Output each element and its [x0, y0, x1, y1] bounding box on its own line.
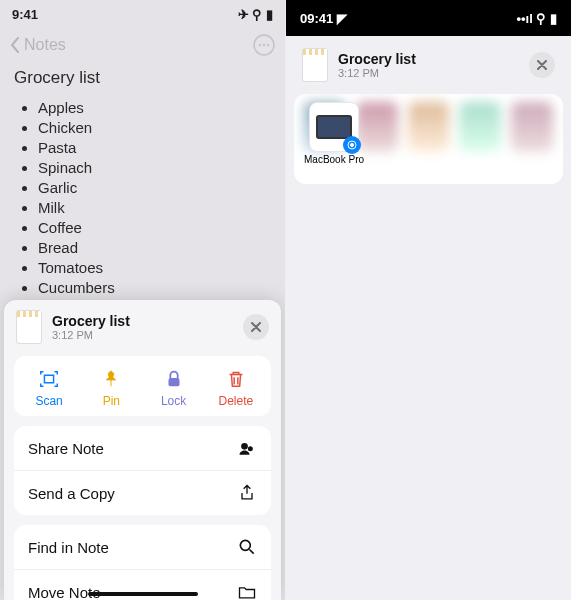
share-header: Grocery list 3:12 PM — [294, 42, 563, 88]
svg-point-2 — [263, 44, 265, 46]
list-item: Milk — [38, 198, 271, 218]
option-group-tools: Find in Note Move Note Lines & Grids — [14, 525, 271, 600]
lock-button[interactable]: Lock — [146, 368, 202, 408]
list-item: Tomatoes — [38, 258, 271, 278]
svg-rect-4 — [168, 378, 179, 386]
more-icon[interactable] — [253, 34, 275, 56]
svg-point-6 — [248, 446, 253, 451]
share-title: Grocery list — [338, 51, 416, 67]
share-up-icon — [237, 483, 257, 503]
list-item: Bread — [38, 238, 271, 258]
pin-button[interactable]: Pin — [83, 368, 139, 408]
close-button[interactable] — [243, 314, 269, 340]
list-item: Cucumbers — [38, 278, 271, 298]
quick-actions: Scan Pin Lock Delete — [14, 356, 271, 416]
airdrop-suggestions: MacBook Pro — [294, 94, 563, 184]
list-item: Pasta — [38, 138, 271, 158]
svg-point-7 — [240, 540, 250, 550]
share-time: 3:12 PM — [338, 67, 416, 79]
trash-icon — [225, 368, 247, 390]
sheet-title: Grocery list — [52, 313, 130, 329]
list-item: Spinach — [38, 158, 271, 178]
lock-icon — [163, 368, 185, 390]
status-bar: 09:41 ◤ ••ıl ⚲ ▮ — [286, 0, 571, 36]
svg-point-1 — [259, 44, 261, 46]
sheet-time: 3:12 PM — [52, 329, 130, 341]
action-sheet: Grocery list 3:12 PM Scan Pin Lock — [4, 300, 281, 600]
close-icon — [251, 322, 261, 332]
airdrop-device[interactable]: MacBook Pro — [304, 102, 364, 165]
close-button[interactable] — [529, 52, 555, 78]
share-people-icon — [237, 438, 257, 458]
scan-icon — [38, 368, 60, 390]
nav-bar: Notes — [0, 28, 285, 62]
home-indicator[interactable] — [88, 592, 198, 596]
find-row[interactable]: Find in Note — [14, 525, 271, 570]
status-time: 09:41 — [300, 11, 333, 26]
pin-icon — [100, 368, 122, 390]
close-icon — [537, 60, 547, 70]
share-note-row[interactable]: Share Note — [14, 426, 271, 471]
status-indicators: ••ıl ⚲ ▮ — [516, 11, 557, 26]
svg-point-9 — [350, 143, 354, 147]
svg-point-5 — [241, 443, 248, 450]
airdrop-badge-icon — [347, 140, 357, 150]
option-group-share: Share Note Send a Copy — [14, 426, 271, 515]
chevron-left-icon — [10, 37, 20, 53]
right-screenshot: 09:41 ◤ ••ıl ⚲ ▮ Grocery list 3:12 PM Ma… — [286, 0, 571, 600]
search-icon — [237, 537, 257, 557]
note-list: Apples Chicken Pasta Spinach Garlic Milk… — [14, 98, 271, 298]
scan-button[interactable]: Scan — [21, 368, 77, 408]
status-time: 9:41 — [12, 7, 38, 22]
status-bar: 9:41 ✈ ⚲ ▮ — [0, 0, 285, 28]
folder-icon — [237, 582, 257, 600]
laptop-icon — [309, 102, 359, 152]
note-thumbnail — [16, 310, 42, 344]
note-title: Grocery list — [14, 68, 271, 88]
note-thumbnail — [302, 48, 328, 82]
back-button[interactable]: Notes — [10, 36, 66, 54]
device-label: MacBook Pro — [304, 154, 364, 165]
status-indicators: ✈ ⚲ ▮ — [238, 7, 273, 22]
list-item: Apples — [38, 98, 271, 118]
list-item: Coffee — [38, 218, 271, 238]
left-screenshot: 9:41 ✈ ⚲ ▮ Notes Grocery list Apples Chi… — [0, 0, 286, 600]
svg-point-3 — [267, 44, 269, 46]
list-item: Chicken — [38, 118, 271, 138]
note-body[interactable]: Grocery list Apples Chicken Pasta Spinac… — [0, 62, 285, 298]
delete-button[interactable]: Delete — [208, 368, 264, 408]
sheet-header: Grocery list 3:12 PM — [4, 300, 281, 352]
list-item: Garlic — [38, 178, 271, 198]
send-copy-row[interactable]: Send a Copy — [14, 471, 271, 515]
